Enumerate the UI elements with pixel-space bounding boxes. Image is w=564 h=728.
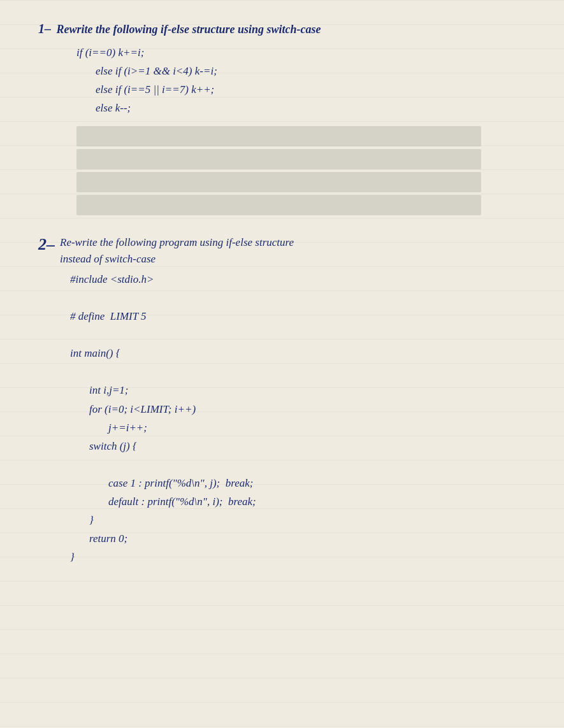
q2-switch: switch (j) {: [70, 438, 532, 455]
q2-include: #include <stdio.h>: [70, 271, 532, 289]
q2-header: 2– Re-write the following program using …: [38, 234, 532, 267]
q2-case1: case 1 : printf("%d\n", j); break;: [70, 475, 532, 492]
q1-text: Rewrite the following if-else structure …: [57, 23, 321, 36]
q2-blank3: [70, 363, 532, 381]
q1-answer-area: [38, 126, 532, 215]
q1-line-4: else k--;: [76, 99, 532, 117]
q2-int: int i,j=1;: [70, 382, 532, 399]
q1-answer-line-3: [76, 172, 481, 192]
q1-answer-line-2: [76, 149, 481, 169]
q1-line-1: if (i==0) k+=i;: [76, 44, 532, 62]
q2-return: return 0;: [70, 530, 532, 548]
question-1: 1– Rewrite the following if-else structu…: [38, 19, 532, 215]
q2-j-inc: j+=i++;: [70, 419, 532, 437]
q2-header-line2: instead of switch-case: [60, 253, 155, 265]
q2-main: int main() {: [70, 345, 532, 362]
q2-close-main: }: [70, 548, 532, 566]
q1-answer-line-4: [76, 195, 481, 215]
q2-text: Re-write the following program using if-…: [60, 234, 294, 267]
page-content: 1– Rewrite the following if-else structu…: [0, 0, 564, 599]
q1-answer-line-1: [76, 126, 481, 146]
q1-code-block: if (i==0) k+=i; else if (i>=1 && i<4) k-…: [76, 44, 532, 117]
q2-blank1: [70, 289, 532, 307]
q2-header-line1: Re-write the following program using if-…: [60, 236, 294, 248]
q2-blank4: [70, 456, 532, 474]
q2-define: # define LIMIT 5: [70, 308, 532, 325]
q1-line-3: else if (i==5 || i==7) k++;: [76, 81, 532, 99]
q2-close-switch: }: [70, 511, 532, 529]
question-2: 2– Re-write the following program using …: [38, 234, 532, 566]
q2-default: default : printf("%d\n", i); break;: [70, 493, 532, 511]
q2-for: for (i=0; i<LIMIT; i++): [70, 401, 532, 418]
q1-line-2: else if (i>=1 && i<4) k-=i;: [76, 62, 532, 80]
q2-code-block: #include <stdio.h> # define LIMIT 5 int …: [70, 271, 532, 566]
q2-blank2: [70, 326, 532, 344]
q2-number: 2–: [38, 232, 55, 257]
question-1-header: 1– Rewrite the following if-else structu…: [38, 19, 532, 39]
q1-number: 1–: [38, 22, 51, 36]
